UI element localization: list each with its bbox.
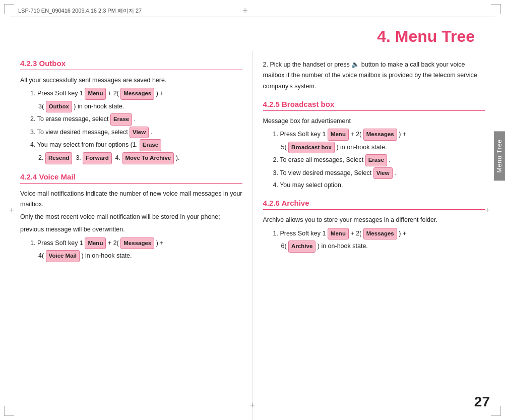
kbd-erase-2: Erase — [140, 139, 161, 151]
outbox-intro: All your successfully sent messages are … — [20, 75, 242, 86]
kbd-outbox: Outbox — [46, 101, 72, 113]
page-title: 4. Menu Tree — [0, 17, 505, 51]
outbox-step3: 3. To view desired message, select View … — [20, 127, 242, 139]
outbox-title: 4.2.3 Outbox — [20, 59, 242, 70]
voicemail-step1: 1. Press Soft key 1 Menu + 2( Messages )… — [20, 237, 242, 250]
kbd-move-to-archive: Move To Archive — [122, 152, 174, 164]
archive-body: Archive allows you to store your message… — [263, 215, 485, 252]
archive-intro: Archive allows you to store your message… — [263, 215, 485, 225]
voicemail-intro3: previous message will be overwritten. — [20, 224, 242, 235]
broadcast-step2: 2. To erase all messages, Select Erase . — [263, 154, 485, 166]
voicemail-body: Voice mail notifications indicate the nu… — [20, 189, 242, 262]
section-archive: 4.2.6 Archive Archive allows you to stor… — [263, 199, 485, 252]
outbox-step4a: 4. You may select from four options (1. … — [20, 139, 242, 151]
broadcast-step4: 4. You may select option. — [263, 180, 485, 191]
corner-bl — [4, 406, 14, 416]
kbd-view-1: View — [130, 127, 149, 139]
archive-step1: 1. Press Soft key 1 Menu + 2( Messages )… — [263, 228, 485, 240]
file-info: LSP-710 EN_090416 2009.4.16 2:3 PM 페이지 2… — [18, 7, 142, 15]
header-bar: LSP-710 EN_090416 2009.4.16 2:3 PM 페이지 2… — [10, 5, 495, 17]
kbd-menu-1: Menu — [85, 88, 106, 100]
page-wrapper: LSP-710 EN_090416 2009.4.16 2:3 PM 페이지 2… — [0, 0, 505, 420]
kbd-menu-4: Menu — [328, 228, 349, 240]
outbox-step4b: 2. Resend 3. Forward 4. Move To Archive … — [20, 152, 242, 164]
right-column: 2. Pick up the handset or press 🔈 button… — [253, 51, 495, 420]
broadcast-title: 4.2.5 Broadcast box — [263, 100, 485, 111]
broadcast-intro: Message box for advertisement — [263, 116, 485, 127]
outbox-step1b: 3( Outbox ) in on-hook state. — [20, 101, 242, 113]
section-voicemail: 4.2.4 Voice Mail Voice mail notification… — [20, 172, 242, 262]
bottom-crosshair: + — [250, 400, 256, 411]
content-area: 4.2.3 Outbox All your successfully sent … — [0, 51, 505, 420]
kbd-erase-3: Erase — [365, 154, 387, 166]
right-crosshair: + — [484, 205, 490, 215]
kbd-archive: Archive — [288, 241, 315, 253]
page-number: 27 — [474, 394, 490, 410]
kbd-voicemail: Voice Mail — [46, 250, 80, 262]
kbd-messages-2: Messages — [120, 237, 154, 250]
kbd-resend: Resend — [45, 152, 73, 164]
speaker-icon: 🔈 — [351, 61, 359, 68]
kbd-erase-1: Erase — [110, 113, 132, 126]
kbd-messages-3: Messages — [363, 129, 397, 141]
left-column: 4.2.3 Outbox All your successfully sent … — [10, 51, 253, 420]
kbd-messages-4: Messages — [363, 228, 397, 240]
outbox-step1: 1. Press Soft key 1 Menu + 2( Messages )… — [20, 88, 242, 100]
archive-step1b: 6( Archive ) in on-hook state. — [263, 241, 485, 253]
kbd-broadcast-box: Broadcast box — [288, 142, 335, 154]
broadcast-body: Message box for advertisement 1. Press S… — [263, 116, 485, 191]
kbd-menu-3: Menu — [328, 129, 349, 141]
voicemail-intro2: Only the most recent voice mail notifica… — [20, 212, 242, 222]
right-intro: 2. Pick up the handset or press 🔈 button… — [263, 59, 485, 92]
archive-title: 4.2.6 Archive — [263, 199, 485, 210]
kbd-forward: Forward — [83, 152, 111, 164]
broadcast-step1: 1. Press Soft key 1 Menu + 2( Messages )… — [263, 129, 485, 141]
outbox-body: All your successfully sent messages are … — [20, 75, 242, 164]
kbd-view-2: View — [373, 167, 393, 179]
left-crosshair: + — [9, 205, 15, 215]
section-broadcast: 4.2.5 Broadcast box Message box for adve… — [263, 100, 485, 191]
top-crosshair — [242, 8, 249, 15]
outbox-step2: 2. To erase message, select Erase . — [20, 113, 242, 126]
right-intro-text: 2. Pick up the handset or press 🔈 button… — [263, 59, 485, 92]
section-outbox: 4.2.3 Outbox All your successfully sent … — [20, 59, 242, 164]
corner-br — [491, 406, 501, 416]
voicemail-title: 4.2.4 Voice Mail — [20, 172, 242, 184]
broadcast-step3: 3. To view desired message, Select View … — [263, 167, 485, 179]
voicemail-intro1: Voice mail notifications indicate the nu… — [20, 189, 242, 210]
voicemail-step1b: 4( Voice Mail ) in on-hook state. — [20, 250, 242, 262]
kbd-messages-1: Messages — [120, 88, 154, 100]
broadcast-step1b: 5( Broadcast box ) in on-hook state. — [263, 142, 485, 154]
kbd-menu-2: Menu — [85, 237, 106, 250]
side-tab: Menu Tree — [494, 131, 505, 181]
